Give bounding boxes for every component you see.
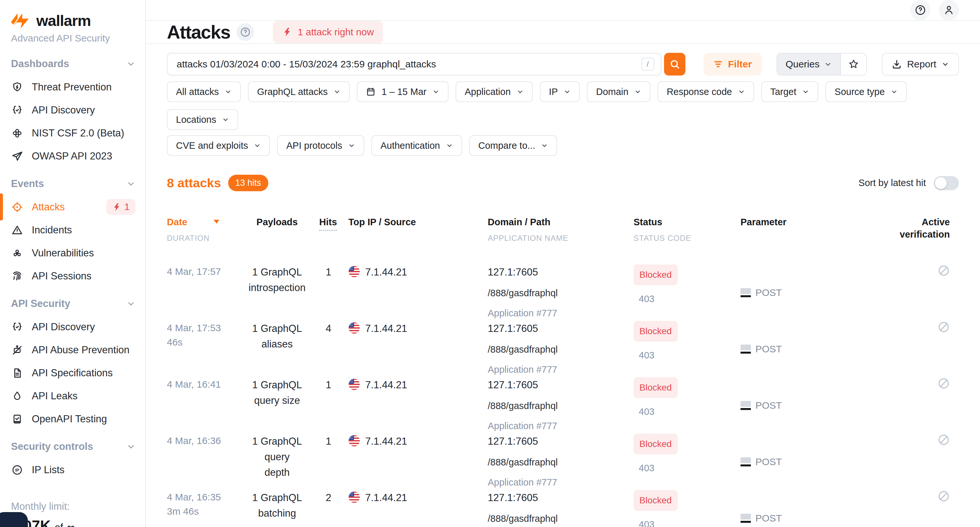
user-button[interactable] (939, 0, 959, 20)
live-attack-label: 1 attack right now (298, 27, 374, 38)
filter-chip-domain[interactable]: Domain (587, 81, 651, 102)
sidebar-item-threat-prevention[interactable]: Threat Prevention (11, 75, 135, 99)
column-header-hits[interactable]: Hits (319, 216, 348, 244)
cell-payload[interactable]: 1 GraphQLquerydepth (235, 434, 319, 490)
sidebar-item-api-discovery[interactable]: API Discovery (11, 315, 135, 338)
filter-chip-api-protocols[interactable]: API protocols (277, 135, 364, 156)
cell-domain[interactable]: 127.1:7605/888/gasdfraphqlApplication #7… (488, 321, 633, 377)
cell-source[interactable]: 7.1.44.21 (348, 434, 488, 490)
cell-domain[interactable]: 127.1:7605/888/gasdfraphqlApplication #7… (488, 377, 633, 434)
filter-chip-target[interactable]: Target (761, 81, 819, 102)
status-code: 403 (633, 347, 740, 363)
column-header-date[interactable]: Date DURATION (167, 216, 235, 244)
filter-chip-locations[interactable]: Locations (167, 109, 238, 130)
chevron-down-icon (126, 59, 135, 68)
domain-value: 127.1:7605 (488, 490, 633, 506)
filter-chip-authentication[interactable]: Authentication (371, 135, 462, 156)
help-button[interactable] (910, 0, 931, 20)
cell-payload[interactable]: 1 GraphQLintrospection (235, 264, 319, 321)
cell-domain[interactable]: 127.1:7605/888/gasdfraphqlApplication #7… (488, 490, 633, 527)
sidebar-item-openapi-testing[interactable]: OpenAPI Testing (11, 408, 135, 430)
filter-chip-label: Application (465, 86, 511, 97)
cell-source[interactable]: 7.1.44.21 (348, 377, 488, 434)
sidebar-item-api-specifications[interactable]: API Specifications (11, 361, 135, 384)
sidebar: wallarm Advanced API Security Dashboards… (0, 0, 146, 527)
filter-chip-all-attacks[interactable]: All attacks (167, 81, 241, 102)
table-row[interactable]: 4 Mar, 16:361 GraphQLquerydepth17.1.44.2… (167, 434, 959, 490)
queries-control: Queries (776, 53, 867, 75)
sidebar-section-events[interactable]: Events (11, 172, 135, 196)
sidebar-item-attacks[interactable]: Attacks1 (11, 196, 135, 218)
sidebar-item-label: API Abuse Prevention (32, 344, 130, 356)
sidebar-item-vulnerabilities[interactable]: Vulnerabilities (11, 242, 135, 264)
filter-chip-1-15-mar[interactable]: 1 – 15 Mar (357, 81, 449, 102)
live-attack-badge[interactable]: 1 attack right now (273, 21, 383, 43)
page-help-icon[interactable] (237, 23, 254, 41)
payload-line: 1 GraphQL (235, 434, 319, 449)
cell-payload[interactable]: 1 GraphQLaliases (235, 321, 319, 377)
cell-source[interactable]: 7.1.44.21 (348, 321, 488, 377)
sidebar-item-api-leaks[interactable]: API Leaks (11, 384, 135, 408)
sidebar-item-incidents[interactable]: Incidents (11, 218, 135, 242)
sidebar-item-api-abuse-prevention[interactable]: API Abuse Prevention (11, 338, 135, 361)
robot-off-icon (11, 344, 23, 356)
cell-date: 4 Mar, 16:41 (167, 377, 235, 434)
payload-line: introspection (235, 280, 319, 296)
chevron-down-icon (348, 142, 355, 149)
us-flag-icon (348, 491, 360, 503)
search-button[interactable] (664, 53, 686, 75)
payload-line: 1 GraphQL (235, 377, 319, 393)
cell-source[interactable]: 7.1.44.21 (348, 490, 488, 527)
droplet-icon (11, 390, 23, 402)
attacks-tab[interactable]: 8 attacks 13 hits (167, 175, 268, 191)
sidebar-item-api-discovery[interactable]: API Discovery (11, 99, 135, 121)
brand[interactable]: wallarm (11, 12, 135, 30)
cell-hits: 1 (319, 377, 348, 434)
cell-domain[interactable]: 127.1:7605/888/gasdfraphqlApplication #7… (488, 434, 633, 490)
sidebar-item-label: API Specifications (32, 367, 113, 379)
chevron-down-icon (891, 88, 898, 95)
http-method: POST (756, 454, 782, 470)
sidebar-item-label: Vulnerabilities (32, 247, 94, 259)
filter-chip-ip[interactable]: IP (540, 81, 580, 102)
report-label: Report (907, 59, 936, 70)
toolbar: / Filter Queries (167, 53, 959, 75)
cell-payload[interactable]: 1 GraphQLquery size (235, 377, 319, 434)
search-input[interactable] (167, 53, 662, 75)
report-button[interactable]: Report (882, 53, 959, 75)
table-row[interactable]: 4 Mar, 17:5346s1 GraphQLaliases47.1.44.2… (167, 321, 959, 377)
filter-chip-cve-and-exploits[interactable]: CVE and exploits (167, 135, 270, 156)
sidebar-item-ip-lists[interactable]: IPIP Lists (11, 458, 135, 481)
status-code: 403 (633, 404, 740, 419)
cell-source[interactable]: 7.1.44.21 (348, 264, 488, 321)
filter-button[interactable]: Filter (703, 53, 762, 75)
star-icon (848, 59, 859, 70)
favorite-query-button[interactable] (840, 54, 866, 75)
table-row[interactable]: 4 Mar, 16:353m 46s1 GraphQLbatching27.1.… (167, 490, 959, 527)
results-bar: 8 attacks 13 hits Sort by latest hit (167, 175, 959, 191)
sort-toggle[interactable] (934, 176, 959, 190)
sidebar-section-dashboards[interactable]: Dashboards (11, 52, 135, 75)
sidebar-item-nist-csf-2-0-beta-[interactable]: NIST CSF 2.0 (Beta) (11, 121, 135, 145)
sidebar-section-security-controls[interactable]: Security controls (11, 435, 135, 458)
column-header-parameter: Parameter (740, 216, 877, 244)
queries-dropdown[interactable]: Queries (777, 54, 840, 75)
application-name: Application #777 (488, 418, 633, 434)
filter-chip-response-code[interactable]: Response code (657, 81, 754, 102)
filter-chip-application[interactable]: Application (456, 81, 533, 102)
filter-chip-source-type[interactable]: Source type (826, 81, 907, 102)
chat-widget-corner[interactable] (0, 512, 28, 527)
chevron-down-icon (446, 142, 453, 149)
sidebar-item-api-sessions[interactable]: API Sessions (11, 264, 135, 288)
payload-line: 1 GraphQL (235, 321, 319, 336)
filter-chip-compare-to-[interactable]: Compare to... (469, 135, 557, 156)
sidebar-section-api-security[interactable]: API Security (11, 292, 135, 315)
braces-check-icon (11, 321, 23, 333)
chevron-down-icon (517, 88, 524, 95)
sidebar-item-owasp-api-2023[interactable]: OWASP API 2023 (11, 145, 135, 167)
table-row[interactable]: 4 Mar, 17:571 GraphQLintrospection17.1.4… (167, 264, 959, 321)
cell-payload[interactable]: 1 GraphQLbatching (235, 490, 319, 527)
table-row[interactable]: 4 Mar, 16:411 GraphQLquery size17.1.44.2… (167, 377, 959, 434)
cell-domain[interactable]: 127.1:7605/888/gasdfraphqlApplication #7… (488, 264, 633, 321)
filter-chip-graphql-attacks[interactable]: GraphQL attacks (248, 81, 350, 102)
